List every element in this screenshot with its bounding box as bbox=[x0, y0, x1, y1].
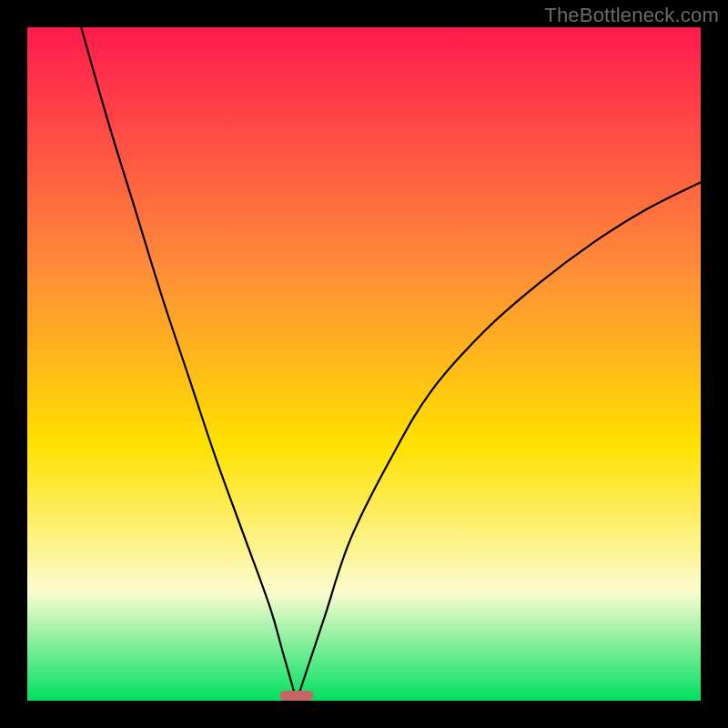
chart-frame bbox=[27, 27, 701, 701]
minimum-marker bbox=[280, 691, 314, 701]
gradient-background bbox=[27, 27, 701, 701]
chart-plot bbox=[27, 27, 701, 701]
watermark-text: TheBottleneck.com bbox=[544, 4, 719, 27]
